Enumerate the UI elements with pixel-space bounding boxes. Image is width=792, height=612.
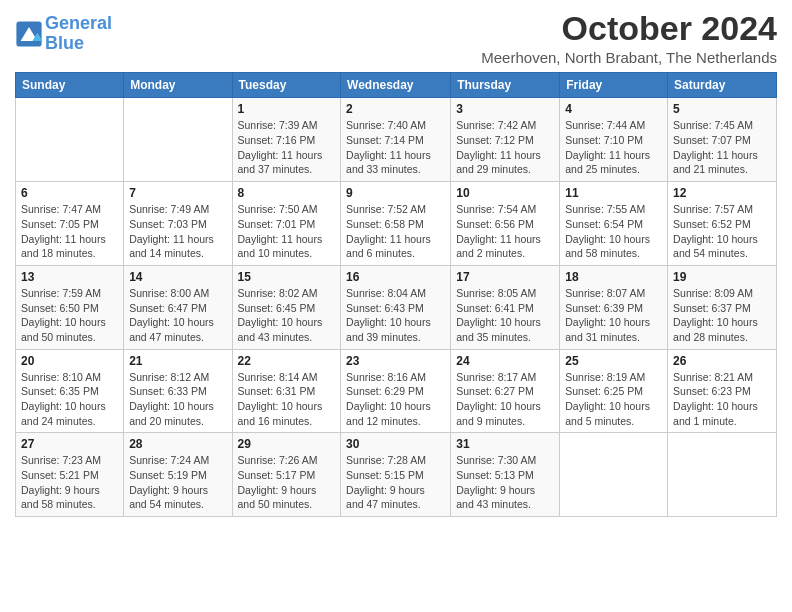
day-detail: Sunrise: 8:12 AMSunset: 6:33 PMDaylight:… xyxy=(129,370,226,429)
day-detail: Sunrise: 7:26 AMSunset: 5:17 PMDaylight:… xyxy=(238,453,336,512)
day-cell: 29Sunrise: 7:26 AMSunset: 5:17 PMDayligh… xyxy=(232,433,341,517)
day-detail: Sunrise: 8:05 AMSunset: 6:41 PMDaylight:… xyxy=(456,286,554,345)
day-number: 19 xyxy=(673,270,771,284)
day-cell: 16Sunrise: 8:04 AMSunset: 6:43 PMDayligh… xyxy=(341,265,451,349)
day-number: 21 xyxy=(129,354,226,368)
day-cell: 31Sunrise: 7:30 AMSunset: 5:13 PMDayligh… xyxy=(451,433,560,517)
day-number: 12 xyxy=(673,186,771,200)
day-detail: Sunrise: 8:10 AMSunset: 6:35 PMDaylight:… xyxy=(21,370,118,429)
day-number: 29 xyxy=(238,437,336,451)
day-number: 8 xyxy=(238,186,336,200)
day-detail: Sunrise: 8:09 AMSunset: 6:37 PMDaylight:… xyxy=(673,286,771,345)
day-number: 11 xyxy=(565,186,662,200)
day-detail: Sunrise: 7:23 AMSunset: 5:21 PMDaylight:… xyxy=(21,453,118,512)
day-cell: 17Sunrise: 8:05 AMSunset: 6:41 PMDayligh… xyxy=(451,265,560,349)
day-cell: 1Sunrise: 7:39 AMSunset: 7:16 PMDaylight… xyxy=(232,98,341,182)
day-detail: Sunrise: 7:55 AMSunset: 6:54 PMDaylight:… xyxy=(565,202,662,261)
day-detail: Sunrise: 8:17 AMSunset: 6:27 PMDaylight:… xyxy=(456,370,554,429)
day-number: 15 xyxy=(238,270,336,284)
logo: General Blue xyxy=(15,14,112,54)
day-number: 13 xyxy=(21,270,118,284)
day-cell xyxy=(16,98,124,182)
day-number: 6 xyxy=(21,186,118,200)
day-number: 20 xyxy=(21,354,118,368)
day-cell: 28Sunrise: 7:24 AMSunset: 5:19 PMDayligh… xyxy=(124,433,232,517)
day-cell: 24Sunrise: 8:17 AMSunset: 6:27 PMDayligh… xyxy=(451,349,560,433)
day-detail: Sunrise: 7:28 AMSunset: 5:15 PMDaylight:… xyxy=(346,453,445,512)
day-number: 27 xyxy=(21,437,118,451)
day-detail: Sunrise: 7:42 AMSunset: 7:12 PMDaylight:… xyxy=(456,118,554,177)
day-detail: Sunrise: 7:30 AMSunset: 5:13 PMDaylight:… xyxy=(456,453,554,512)
day-detail: Sunrise: 7:45 AMSunset: 7:07 PMDaylight:… xyxy=(673,118,771,177)
day-detail: Sunrise: 7:52 AMSunset: 6:58 PMDaylight:… xyxy=(346,202,445,261)
day-detail: Sunrise: 8:02 AMSunset: 6:45 PMDaylight:… xyxy=(238,286,336,345)
day-number: 1 xyxy=(238,102,336,116)
day-number: 24 xyxy=(456,354,554,368)
day-number: 31 xyxy=(456,437,554,451)
column-header-tuesday: Tuesday xyxy=(232,73,341,98)
day-cell: 26Sunrise: 8:21 AMSunset: 6:23 PMDayligh… xyxy=(668,349,777,433)
day-detail: Sunrise: 7:47 AMSunset: 7:05 PMDaylight:… xyxy=(21,202,118,261)
day-detail: Sunrise: 7:39 AMSunset: 7:16 PMDaylight:… xyxy=(238,118,336,177)
title-block: October 2024 Meerhoven, North Brabant, T… xyxy=(481,10,777,66)
day-detail: Sunrise: 7:40 AMSunset: 7:14 PMDaylight:… xyxy=(346,118,445,177)
day-cell: 2Sunrise: 7:40 AMSunset: 7:14 PMDaylight… xyxy=(341,98,451,182)
day-detail: Sunrise: 8:16 AMSunset: 6:29 PMDaylight:… xyxy=(346,370,445,429)
day-detail: Sunrise: 7:57 AMSunset: 6:52 PMDaylight:… xyxy=(673,202,771,261)
day-cell: 6Sunrise: 7:47 AMSunset: 7:05 PMDaylight… xyxy=(16,182,124,266)
day-number: 14 xyxy=(129,270,226,284)
column-header-sunday: Sunday xyxy=(16,73,124,98)
day-detail: Sunrise: 8:14 AMSunset: 6:31 PMDaylight:… xyxy=(238,370,336,429)
day-cell: 4Sunrise: 7:44 AMSunset: 7:10 PMDaylight… xyxy=(560,98,668,182)
day-cell: 8Sunrise: 7:50 AMSunset: 7:01 PMDaylight… xyxy=(232,182,341,266)
column-header-saturday: Saturday xyxy=(668,73,777,98)
day-number: 25 xyxy=(565,354,662,368)
week-row-2: 6Sunrise: 7:47 AMSunset: 7:05 PMDaylight… xyxy=(16,182,777,266)
week-row-5: 27Sunrise: 7:23 AMSunset: 5:21 PMDayligh… xyxy=(16,433,777,517)
day-number: 26 xyxy=(673,354,771,368)
day-detail: Sunrise: 8:19 AMSunset: 6:25 PMDaylight:… xyxy=(565,370,662,429)
column-header-thursday: Thursday xyxy=(451,73,560,98)
day-cell: 15Sunrise: 8:02 AMSunset: 6:45 PMDayligh… xyxy=(232,265,341,349)
day-cell: 22Sunrise: 8:14 AMSunset: 6:31 PMDayligh… xyxy=(232,349,341,433)
day-cell: 21Sunrise: 8:12 AMSunset: 6:33 PMDayligh… xyxy=(124,349,232,433)
day-cell: 9Sunrise: 7:52 AMSunset: 6:58 PMDaylight… xyxy=(341,182,451,266)
day-cell: 7Sunrise: 7:49 AMSunset: 7:03 PMDaylight… xyxy=(124,182,232,266)
day-detail: Sunrise: 7:44 AMSunset: 7:10 PMDaylight:… xyxy=(565,118,662,177)
day-cell xyxy=(560,433,668,517)
day-number: 23 xyxy=(346,354,445,368)
day-cell: 13Sunrise: 7:59 AMSunset: 6:50 PMDayligh… xyxy=(16,265,124,349)
month-title: October 2024 xyxy=(481,10,777,47)
column-header-wednesday: Wednesday xyxy=(341,73,451,98)
week-row-3: 13Sunrise: 7:59 AMSunset: 6:50 PMDayligh… xyxy=(16,265,777,349)
day-detail: Sunrise: 8:07 AMSunset: 6:39 PMDaylight:… xyxy=(565,286,662,345)
location: Meerhoven, North Brabant, The Netherland… xyxy=(481,49,777,66)
logo-icon xyxy=(15,20,43,48)
day-cell: 30Sunrise: 7:28 AMSunset: 5:15 PMDayligh… xyxy=(341,433,451,517)
day-number: 3 xyxy=(456,102,554,116)
day-detail: Sunrise: 8:04 AMSunset: 6:43 PMDaylight:… xyxy=(346,286,445,345)
day-number: 2 xyxy=(346,102,445,116)
day-number: 9 xyxy=(346,186,445,200)
day-number: 16 xyxy=(346,270,445,284)
day-cell: 27Sunrise: 7:23 AMSunset: 5:21 PMDayligh… xyxy=(16,433,124,517)
day-cell: 18Sunrise: 8:07 AMSunset: 6:39 PMDayligh… xyxy=(560,265,668,349)
day-number: 30 xyxy=(346,437,445,451)
day-detail: Sunrise: 7:59 AMSunset: 6:50 PMDaylight:… xyxy=(21,286,118,345)
day-cell xyxy=(668,433,777,517)
page-header: General Blue October 2024 Meerhoven, Nor… xyxy=(15,10,777,66)
day-cell: 25Sunrise: 8:19 AMSunset: 6:25 PMDayligh… xyxy=(560,349,668,433)
day-number: 4 xyxy=(565,102,662,116)
column-header-friday: Friday xyxy=(560,73,668,98)
day-detail: Sunrise: 7:24 AMSunset: 5:19 PMDaylight:… xyxy=(129,453,226,512)
header-row: SundayMondayTuesdayWednesdayThursdayFrid… xyxy=(16,73,777,98)
day-cell: 3Sunrise: 7:42 AMSunset: 7:12 PMDaylight… xyxy=(451,98,560,182)
day-number: 5 xyxy=(673,102,771,116)
day-number: 22 xyxy=(238,354,336,368)
day-number: 17 xyxy=(456,270,554,284)
day-cell xyxy=(124,98,232,182)
day-cell: 19Sunrise: 8:09 AMSunset: 6:37 PMDayligh… xyxy=(668,265,777,349)
day-cell: 23Sunrise: 8:16 AMSunset: 6:29 PMDayligh… xyxy=(341,349,451,433)
day-number: 10 xyxy=(456,186,554,200)
week-row-4: 20Sunrise: 8:10 AMSunset: 6:35 PMDayligh… xyxy=(16,349,777,433)
